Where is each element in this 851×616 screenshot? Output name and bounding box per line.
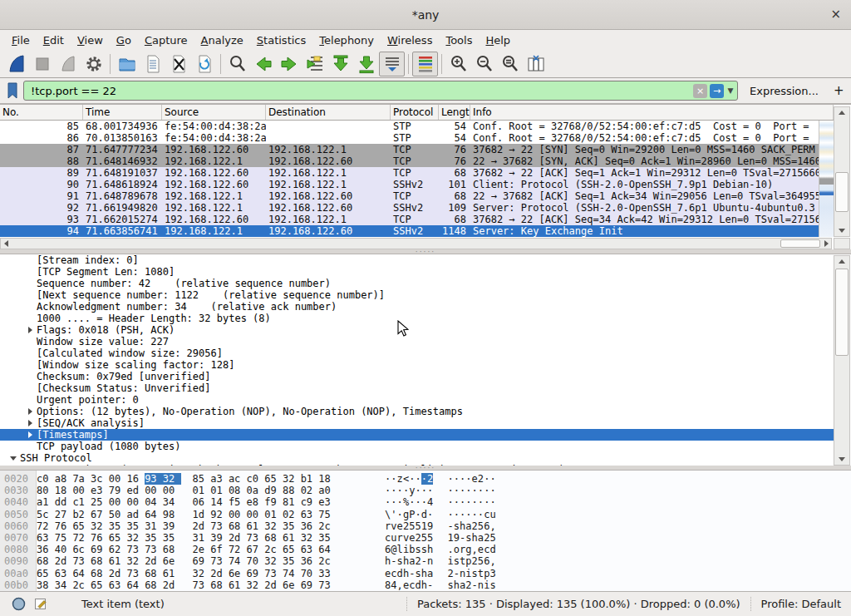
zoom-out-button[interactable]	[471, 52, 497, 76]
hex-row-00a0[interactable]: 00a0656364682d736861322d6e6973747033ecdh…	[0, 568, 851, 579]
column-header-no[interactable]: No.	[0, 105, 83, 120]
go-last-button[interactable]	[353, 52, 379, 76]
clear-filter-icon[interactable]: ×	[693, 84, 707, 98]
detail-line[interactable]: [Calculated window size: 29056]	[0, 347, 834, 359]
scroll-right-icon[interactable]	[821, 239, 831, 249]
open-file-button[interactable]	[114, 52, 140, 76]
close-file-button[interactable]	[165, 52, 191, 76]
packet-row-87[interactable]: 8771.647777234192.168.122.60192.168.122.…	[0, 144, 819, 155]
expert-info-icon[interactable]	[12, 597, 26, 611]
menu-help[interactable]: Help	[479, 32, 517, 48]
menu-statistics[interactable]: Statistics	[250, 32, 312, 48]
menu-capture[interactable]: Capture	[138, 32, 194, 48]
menu-telephony[interactable]: Telephony	[312, 32, 381, 48]
hex-row-0040[interactable]: 0040a1ddc125000004340614f5e8f981c9e3···%…	[0, 496, 851, 508]
close-icon[interactable]: ×	[830, 7, 841, 22]
detail-line[interactable]: [Stream index: 0]	[0, 254, 834, 266]
menu-view[interactable]: View	[71, 32, 110, 48]
reload-file-button[interactable]	[191, 52, 217, 76]
hex-row-0080[interactable]: 008036406c69627373682e6f72672c6563646@li…	[0, 544, 851, 555]
auto-scroll-button[interactable]	[379, 52, 405, 76]
packet-bytes-pane[interactable]: 0020c0a87a3c0016933285a3acc06532b118··z<…	[0, 470, 851, 591]
column-header-info[interactable]: Info	[470, 105, 834, 120]
colorize-button[interactable]	[412, 52, 438, 76]
hex-row-0050[interactable]: 00505c27b26750ad64981d92000001026375\'·g…	[0, 509, 851, 520]
detail-line[interactable]: Acknowledgment number: 34 (relative ack …	[0, 301, 834, 313]
expanded-arrow-icon[interactable]	[7, 452, 20, 464]
profile-button[interactable]: Profile: Default	[750, 597, 851, 611]
detail-line[interactable]: [Timestamps]	[0, 429, 834, 441]
scrollbar-thumb[interactable]	[835, 269, 849, 356]
filter-input[interactable]: !tcp.port == 22 × → ▼	[23, 81, 738, 101]
packet-row-93[interactable]: 9371.662015274192.168.122.60192.168.122.…	[0, 214, 819, 225]
menu-analyze[interactable]: Analyze	[194, 32, 250, 48]
menu-wireless[interactable]: Wireless	[381, 32, 439, 48]
collapsed-arrow-icon[interactable]	[23, 324, 37, 336]
collapsed-arrow-icon[interactable]	[23, 429, 37, 441]
packet-row-86[interactable]: 8670.013850163fe:54:00:d4:38:2aSTP54Conf…	[0, 132, 819, 144]
detail-line[interactable]: Checksum: 0x79ed [unverified]	[0, 371, 834, 382]
add-filter-button[interactable]: +	[834, 83, 844, 98]
hex-row-00b0[interactable]: 00b038342c656364682d736861322d6e697384,e…	[0, 579, 851, 591]
menu-tools[interactable]: Tools	[439, 32, 479, 48]
packet-row-90[interactable]: 9071.648618924192.168.122.60192.168.122.…	[0, 179, 819, 190]
menu-file[interactable]: File	[5, 32, 37, 48]
detail-line[interactable]: Sequence number: 42 (relative sequence n…	[0, 278, 834, 289]
hex-row-0020[interactable]: 0020c0a87a3c0016933285a3acc06532b118··z<…	[0, 473, 851, 485]
detail-line[interactable]: Window size value: 227	[0, 336, 834, 347]
go-to-packet-button[interactable]	[302, 52, 327, 76]
find-packet-button[interactable]	[224, 52, 250, 76]
capture-comment-icon[interactable]	[34, 597, 48, 611]
detail-line[interactable]: [Next sequence number: 1122 (relative se…	[0, 289, 834, 301]
column-header-length[interactable]: Length	[439, 105, 470, 120]
collapsed-arrow-icon[interactable]	[23, 406, 37, 417]
hex-row-0060[interactable]: 006072766532353531392d7368613235362crve2…	[0, 520, 851, 532]
packet-row-91[interactable]: 9171.648789678192.168.122.1192.168.122.6…	[0, 190, 819, 202]
go-first-button[interactable]	[327, 52, 353, 76]
scroll-down-icon[interactable]	[834, 454, 849, 465]
start-capture-button[interactable]	[3, 52, 29, 76]
column-header-time[interactable]: Time	[83, 105, 162, 120]
detail-line[interactable]: SSH Protocol	[0, 452, 834, 464]
intelligent-scrollbar-minimap[interactable]	[819, 121, 834, 237]
column-header-destination[interactable]: Destination	[266, 105, 391, 120]
packet-row-85[interactable]: 8568.001734936fe:54:00:d4:38:2aSTP54Conf…	[0, 121, 819, 132]
packet-row-94[interactable]: 9471.663856741192.168.122.1192.168.122.6…	[0, 225, 819, 237]
menu-go[interactable]: Go	[110, 32, 138, 48]
packet-row-92[interactable]: 9271.661949820192.168.122.1192.168.122.6…	[0, 202, 819, 214]
filter-bookmark-button[interactable]	[3, 81, 22, 101]
detail-line[interactable]: [Checksum Status: Unverified]	[0, 382, 834, 394]
detail-line[interactable]: Options: (12 bytes), No-Operation (NOP),…	[0, 406, 834, 417]
scroll-left-icon[interactable]	[1, 239, 11, 249]
save-file-button[interactable]	[140, 52, 165, 76]
resize-columns-button[interactable]	[523, 52, 548, 76]
apply-filter-icon[interactable]: →	[710, 84, 724, 98]
scroll-down-icon[interactable]	[834, 225, 849, 236]
detail-line[interactable]: TCP payload (1080 bytes)	[0, 441, 834, 452]
filter-history-dropdown-icon[interactable]: ▼	[726, 86, 735, 95]
detail-line[interactable]: 1000 .... = Header Length: 32 bytes (8)	[0, 313, 834, 324]
detail-line[interactable]: [TCP Segment Len: 1080]	[0, 266, 834, 278]
hscrollbar-thumb[interactable]	[780, 239, 820, 248]
scroll-up-icon[interactable]	[834, 256, 849, 267]
detail-line[interactable]: [SEQ/ACK analysis]	[0, 417, 834, 429]
packet-row-89[interactable]: 8971.648191037192.168.122.60192.168.122.…	[0, 167, 819, 179]
detail-vscrollbar[interactable]	[834, 255, 850, 466]
expression-button[interactable]: Expression...	[750, 85, 819, 97]
zoom-original-button[interactable]	[497, 52, 523, 76]
menu-edit[interactable]: Edit	[37, 32, 71, 48]
packet-list-header[interactable]: No.TimeSourceDestinationProtocolLengthIn…	[0, 105, 834, 121]
zoom-in-button[interactable]	[445, 52, 471, 76]
detail-line[interactable]: [Window size scaling factor: 128]	[0, 359, 834, 371]
restart-capture-button[interactable]	[55, 52, 81, 76]
hex-row-0070[interactable]: 0070637572766532353531392d7368613235curv…	[0, 532, 851, 544]
hex-row-0030[interactable]: 0030801800e379ed00000101080ad98802a0····…	[0, 485, 851, 496]
column-header-source[interactable]: Source	[162, 105, 266, 120]
collapsed-arrow-icon[interactable]	[23, 417, 37, 429]
go-back-button[interactable]	[250, 52, 276, 76]
scroll-up-icon[interactable]	[834, 107, 849, 118]
detail-line[interactable]: Urgent pointer: 0	[0, 394, 834, 406]
title-bar[interactable]: *any ×	[0, 0, 851, 30]
detail-line[interactable]: Flags: 0x018 (PSH, ACK)	[0, 324, 834, 336]
packet-list-vscrollbar[interactable]	[834, 106, 850, 237]
